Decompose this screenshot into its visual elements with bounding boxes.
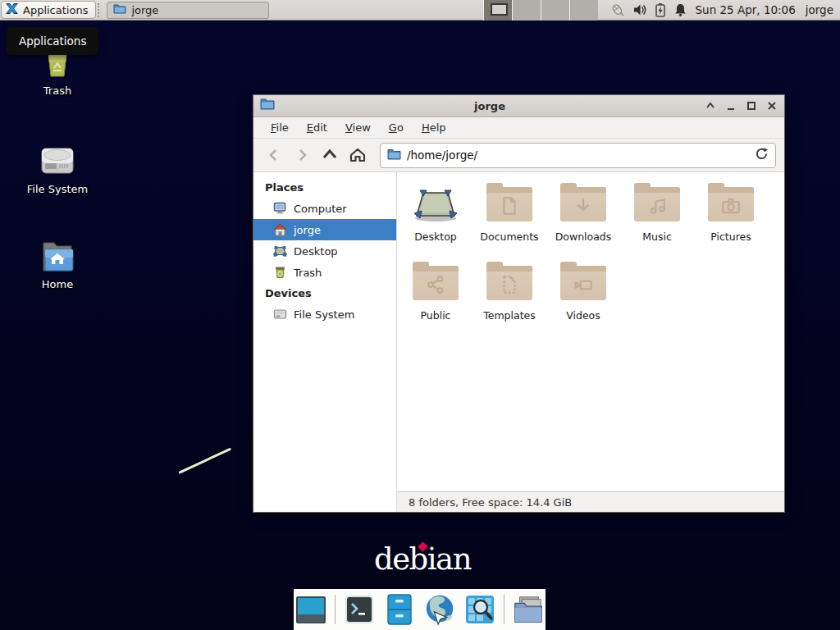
- taskbar-window-button[interactable]: jorge: [107, 2, 269, 19]
- download-arrow-icon: [573, 195, 594, 217]
- sidebar-item-trash[interactable]: Trash: [253, 262, 396, 283]
- terminal-launcher[interactable]: [343, 593, 376, 626]
- sidebar-item-jorge[interactable]: jorge: [253, 219, 396, 240]
- web-browser-launcher[interactable]: [423, 593, 456, 626]
- sidebar-item-desktop[interactable]: Desktop: [253, 240, 396, 262]
- file-item-label: Videos: [566, 309, 600, 322]
- music-notes-icon: [646, 195, 668, 217]
- window-titlebar[interactable]: jorge: [253, 95, 784, 117]
- xfce-menu-icon: [5, 2, 19, 18]
- workspace-2[interactable]: [512, 0, 541, 21]
- drive-icon: [273, 308, 287, 321]
- forward-button[interactable]: [290, 143, 314, 167]
- shade-button[interactable]: [705, 100, 716, 112]
- desktop-icon-file-system[interactable]: File System: [15, 143, 100, 195]
- debian-wallpaper-logo: debian: [374, 541, 471, 577]
- home-icon: [273, 223, 287, 236]
- reload-button[interactable]: [755, 147, 769, 164]
- hard-drive-icon: [38, 143, 77, 179]
- window-title: jorge: [275, 100, 705, 112]
- file-item-templates[interactable]: Templates: [472, 261, 546, 340]
- applications-menu-button[interactable]: Applications: [1, 1, 96, 19]
- desktop-icon-label: Trash: [15, 84, 100, 97]
- workspace-1[interactable]: [483, 0, 512, 21]
- toolbar: /home/jorge/: [253, 139, 784, 172]
- file-item-label: Music: [642, 231, 672, 243]
- folder-icon: [486, 266, 532, 300]
- sidebar-item-file-system[interactable]: File System: [253, 304, 396, 325]
- workspace-3[interactable]: [541, 0, 569, 21]
- menu-view[interactable]: View: [338, 119, 378, 136]
- bottom-dock: [294, 589, 546, 630]
- dock-separator: [335, 595, 336, 624]
- file-item-desktop[interactable]: Desktop: [399, 182, 472, 261]
- home-icon: [349, 147, 367, 163]
- main-pane: Desktop Documents: [397, 172, 784, 512]
- folder-launcher[interactable]: [512, 593, 545, 626]
- file-item-public[interactable]: Public: [399, 261, 472, 340]
- folder-icon: [560, 187, 606, 221]
- share-icon: [425, 274, 446, 295]
- task-folder-icon: [113, 3, 126, 17]
- file-item-documents[interactable]: Documents: [472, 182, 546, 261]
- top-panel: Applications jorge: [0, 0, 840, 21]
- close-button[interactable]: [766, 100, 778, 112]
- panel-clock[interactable]: Sun 25 Apr, 10:06: [696, 3, 796, 16]
- file-item-music[interactable]: Music: [620, 182, 694, 261]
- home-folder-icon: [38, 238, 77, 274]
- applications-tooltip: Applications: [7, 27, 98, 55]
- path-folder-icon: [387, 148, 401, 163]
- folder-icon: [512, 593, 545, 626]
- window-controls: [705, 100, 778, 112]
- system-tray: [609, 2, 687, 17]
- tasklist-handle[interactable]: [98, 3, 103, 17]
- menu-go[interactable]: Go: [381, 119, 411, 136]
- folder-icon: [413, 266, 459, 300]
- document-icon: [499, 195, 520, 217]
- sidebar-item-label: Desktop: [294, 245, 338, 258]
- file-item-label: Public: [421, 309, 451, 322]
- app-finder-icon: [464, 594, 495, 625]
- app-finder-launcher[interactable]: [463, 593, 496, 626]
- folder-icon: [634, 187, 680, 221]
- file-manager-launcher[interactable]: [383, 593, 416, 626]
- statusbar: 8 folders, Free space: 14.4 GiB: [397, 491, 784, 512]
- volume-icon[interactable]: [632, 2, 647, 17]
- menu-help[interactable]: Help: [414, 119, 454, 136]
- file-item-label: Desktop: [414, 231, 457, 243]
- file-item-pictures[interactable]: Pictures: [694, 182, 768, 261]
- file-item-downloads[interactable]: Downloads: [546, 182, 620, 261]
- sidebar-item-computer[interactable]: Computer: [253, 198, 396, 219]
- file-item-videos[interactable]: Videos: [546, 261, 620, 340]
- up-button[interactable]: [317, 143, 342, 167]
- back-icon: [266, 147, 282, 163]
- workspace-4[interactable]: [569, 0, 598, 21]
- battery-icon[interactable]: [655, 2, 666, 17]
- pointer-device-icon[interactable]: [609, 2, 625, 17]
- up-icon: [321, 147, 339, 163]
- path-bar[interactable]: /home/jorge/: [380, 143, 776, 168]
- maximize-button[interactable]: [746, 100, 757, 112]
- sidebar-item-label: File System: [294, 308, 354, 321]
- panel-user-label[interactable]: jorge: [806, 3, 833, 16]
- taskbar-window-label: jorge: [131, 4, 158, 16]
- sidebar-header-places: Places: [253, 177, 396, 198]
- back-button[interactable]: [262, 143, 286, 167]
- menu-edit[interactable]: Edit: [299, 119, 335, 136]
- menu-file[interactable]: File: [263, 119, 296, 136]
- terminal-icon: [344, 594, 375, 625]
- sidebar-item-label: Computer: [294, 203, 347, 215]
- folder-icon: [560, 266, 606, 300]
- computer-icon: [273, 202, 287, 215]
- home-button[interactable]: [345, 143, 370, 167]
- path-text[interactable]: /home/jorge/: [407, 148, 749, 162]
- notifications-bell-icon[interactable]: [673, 2, 687, 17]
- workspace-switcher: [483, 0, 598, 21]
- reload-icon: [755, 147, 769, 161]
- trash-icon: [273, 266, 287, 279]
- desktop-icon-home[interactable]: Home: [15, 238, 100, 290]
- show-desktop-button[interactable]: [294, 593, 327, 626]
- minimize-button[interactable]: [725, 100, 737, 112]
- panel-right-cluster: Sun 25 Apr, 10:06 jorge: [483, 0, 840, 20]
- video-camera-icon: [573, 274, 594, 295]
